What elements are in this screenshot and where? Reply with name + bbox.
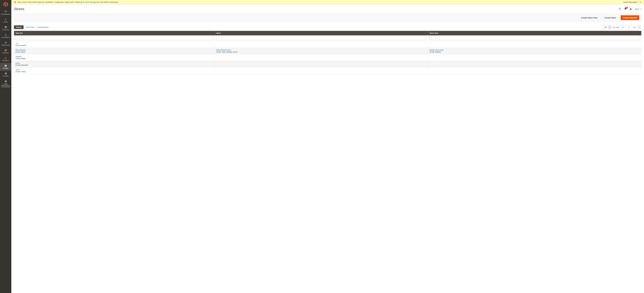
- create-store-view-button[interactable]: Create Store View: [579, 15, 600, 20]
- sidebar-item-reports[interactable]: REPORTS: [0, 55, 11, 63]
- search-icon: [619, 7, 621, 10]
- sidebar-item-dashboard[interactable]: DASHBOARD: [0, 9, 11, 17]
- table-cell: [428, 67, 641, 74]
- entity-code: (Code: default): [430, 51, 441, 53]
- table-row: rivera(Code: rivera): [14, 67, 641, 74]
- current-page-input[interactable]: [626, 25, 632, 29]
- user-icon: [630, 7, 632, 10]
- sidebar-label: CONTENT: [2, 52, 9, 54]
- table-cell: Main Website Store(Code: main_website_st…: [215, 48, 428, 54]
- entity-code: (Code: baseeee): [16, 64, 28, 66]
- filter-website-input[interactable]: [15, 36, 214, 40]
- dollar-icon: [4, 18, 7, 21]
- pager: ▼ per page ◀ of 1 ▶: [603, 25, 642, 29]
- user-menu[interactable]: admin ▼: [635, 8, 642, 10]
- entity-link[interactable]: Main Website: [16, 49, 26, 51]
- puzzle-icon: [4, 80, 7, 83]
- system-messages-toggle[interactable]: System Messages: 1 ▼: [623, 1, 641, 3]
- box-icon: [4, 26, 7, 28]
- page-size-dropdown-toggle[interactable]: ▼: [608, 25, 612, 29]
- table-row: 117(Code: base2): [14, 41, 641, 48]
- sidebar-label: CUSTOMERS: [2, 37, 10, 38]
- prev-page-button[interactable]: ◀: [620, 25, 625, 29]
- entity-code: (Code: rivera): [16, 71, 26, 73]
- notifications-button[interactable]: 39: [624, 7, 626, 10]
- col-header-store[interactable]: Store: [215, 31, 428, 35]
- sidebar-label: REPORTS: [2, 60, 9, 61]
- search-button[interactable]: Search: [14, 25, 24, 29]
- next-page-button[interactable]: ▶: [637, 25, 642, 29]
- sidebar-item-marketing[interactable]: MARKETING: [0, 40, 11, 48]
- table-cell: [215, 67, 428, 74]
- table-cell: [428, 54, 641, 61]
- global-search-button[interactable]: [619, 7, 621, 10]
- entity-link[interactable]: 117: [16, 42, 18, 44]
- entity-code: (Code: main_website_store): [216, 51, 238, 53]
- sidebar-label: STORES: [3, 68, 8, 69]
- sidebar-item-partners[interactable]: FIND PARTNERS & EXTENSIONS: [0, 78, 11, 89]
- entity-link[interactable]: rivera: [16, 62, 20, 64]
- sidebar-label: CATALOG: [2, 29, 9, 31]
- username: admin: [635, 8, 639, 10]
- caret-down-icon: ▼: [640, 8, 642, 10]
- of-label: of: [633, 26, 634, 28]
- account-icon-button[interactable]: [630, 7, 632, 10]
- sidebar-label: SYSTEM: [3, 75, 8, 77]
- create-store-button[interactable]: Create Store: [602, 15, 618, 20]
- entity-code: (Code: d5da): [16, 57, 25, 59]
- sidebar-label: SALES: [4, 21, 8, 23]
- table-row: Main Website(Code: base)Main Website Sto…: [14, 48, 641, 54]
- page-size-select[interactable]: ▼: [603, 25, 612, 29]
- total-pages: 1: [635, 26, 636, 28]
- chevron-down-icon: ▼: [640, 1, 641, 3]
- gear-icon: [4, 72, 7, 75]
- person-icon: [4, 33, 7, 36]
- table-cell: rivera(Code: rivera): [14, 67, 215, 74]
- sidebar-item-system[interactable]: SYSTEM: [0, 71, 11, 78]
- col-header-view[interactable]: Store View: [428, 31, 641, 35]
- sidebar-label: FIND PARTNERS & EXTENSIONS: [0, 83, 11, 88]
- table-cell: [215, 41, 428, 48]
- sidebar-item-stores[interactable]: STORES: [0, 63, 11, 71]
- grid-header-row: Web Site Store Store View: [14, 31, 641, 35]
- sysmsg-counter-label: System Messages:: [623, 1, 638, 3]
- entity-link[interactable]: Majento: [16, 56, 22, 57]
- sidebar-item-content[interactable]: CONTENT: [0, 48, 11, 55]
- sidebar-item-catalog[interactable]: CATALOG: [0, 24, 11, 32]
- chevron-right-icon: ▶: [639, 26, 640, 28]
- page-actions: Create Store View Create Store Create We…: [14, 13, 642, 22]
- page-size-input[interactable]: [603, 25, 608, 29]
- table-cell: rivera(Code: baseeee): [14, 61, 215, 67]
- warning-icon: [14, 1, 16, 3]
- bar-chart-icon: [4, 57, 7, 59]
- filter-view-input[interactable]: [429, 36, 640, 40]
- entity-code: (Code: base): [16, 51, 25, 53]
- notification-badge: 39: [625, 7, 628, 9]
- storefront-icon: [4, 64, 7, 67]
- entity-link[interactable]: Default Store View: [430, 49, 444, 51]
- sysmsg-counter-value: 1: [638, 1, 639, 3]
- entity-link[interactable]: rivera: [16, 69, 20, 71]
- cache-management-link[interactable]: Cache Management: [85, 1, 100, 3]
- sidebar-item-sales[interactable]: SALES: [0, 17, 11, 24]
- gauge-icon: [4, 10, 7, 13]
- magento-logo[interactable]: [0, 0, 11, 9]
- page-title: Stores: [14, 7, 24, 11]
- reset-filter-link[interactable]: Reset Filter: [26, 26, 34, 28]
- col-header-website[interactable]: Web Site: [14, 31, 215, 35]
- table-cell: Main Website(Code: base): [14, 48, 215, 54]
- table-row: Majento(Code: d5da): [14, 54, 641, 61]
- per-page-label: per page: [613, 26, 619, 28]
- table-cell: 117(Code: base2): [14, 41, 215, 48]
- sysmsg-prefix: One or more of the Cache Types are inval…: [18, 1, 85, 3]
- entity-link[interactable]: Main Website Store: [216, 49, 231, 51]
- sidebar-item-customers[interactable]: CUSTOMERS: [0, 32, 11, 40]
- main-content: One or more of the Cache Types are inval…: [11, 0, 644, 293]
- table-cell: Default Store View(Code: default): [428, 48, 641, 54]
- admin-sidebar: DASHBOARD SALES CATALOG CUSTOMERS MARKET…: [0, 0, 11, 293]
- filter-store-input[interactable]: [216, 36, 427, 40]
- entity-code: (Code: base2): [16, 44, 26, 46]
- system-message-text: One or more of the Cache Types are inval…: [18, 1, 118, 3]
- page-total: of 1: [633, 26, 636, 28]
- create-website-button[interactable]: Create Website: [621, 15, 639, 20]
